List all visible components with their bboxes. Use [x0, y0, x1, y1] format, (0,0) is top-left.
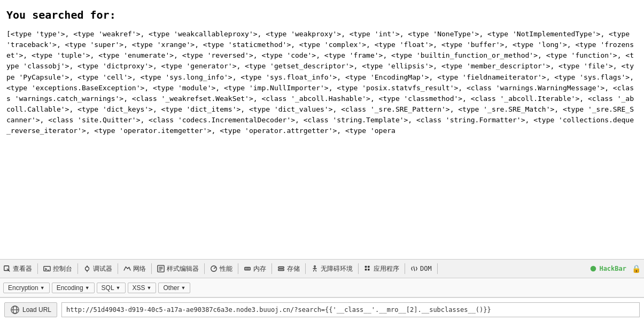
page-title: You searched for:	[6, 9, 638, 21]
lock-icon[interactable]: 🔒	[632, 264, 641, 273]
svg-rect-22	[365, 266, 367, 268]
network-icon	[123, 265, 131, 272]
svg-rect-23	[368, 266, 370, 268]
svg-rect-25	[368, 269, 370, 271]
svg-rect-2	[44, 267, 50, 271]
encoding-dropdown[interactable]: Encoding ▼	[52, 283, 95, 293]
search-result: [<type 'type'>, <type 'weakref'>, <type …	[6, 29, 638, 136]
style-icon	[157, 265, 165, 272]
toolbar-accessibility[interactable]: 无障碍环境	[311, 264, 353, 273]
memory-icon	[244, 265, 251, 272]
svg-rect-17	[278, 269, 284, 271]
toolbar-dom[interactable]: DOM	[410, 265, 432, 272]
separator	[204, 263, 205, 274]
toolbar-memory[interactable]: 内存	[244, 264, 266, 273]
svg-rect-24	[365, 269, 367, 271]
devtools-toolbar: 查看器 控制台 调试器 网络	[0, 259, 644, 278]
hackbar-dot-icon	[589, 265, 597, 272]
chevron-down-icon: ▼	[85, 285, 90, 291]
toolbar-apps[interactable]: 应用程序	[364, 264, 399, 273]
toolbar-console[interactable]: 控制台	[43, 264, 72, 273]
encryption-dropdown[interactable]: Encryption ▼	[3, 283, 50, 293]
svg-line-1	[7, 269, 10, 271]
url-input[interactable]	[61, 302, 640, 317]
access-icon	[311, 265, 319, 272]
separator	[305, 263, 306, 274]
sql-dropdown[interactable]: SQL ▼	[97, 283, 126, 293]
svg-line-20	[313, 270, 314, 272]
dom-icon	[410, 265, 418, 272]
svg-line-21	[316, 270, 316, 272]
load-url-button[interactable]: Load URL	[4, 302, 57, 317]
toolbar-style-editor[interactable]: 样式编辑器	[157, 264, 199, 273]
chevron-down-icon: ▼	[147, 285, 152, 291]
perf-icon	[210, 265, 218, 272]
svg-line-26	[414, 267, 415, 271]
chevron-down-icon: ▼	[181, 285, 185, 291]
debugger-icon	[83, 265, 91, 272]
separator	[37, 263, 38, 274]
svg-rect-16	[278, 267, 284, 269]
xss-dropdown[interactable]: XSS ▼	[128, 283, 157, 293]
other-dropdown[interactable]: Other ▼	[158, 283, 190, 293]
svg-point-27	[591, 266, 596, 272]
storage-icon	[277, 265, 285, 272]
svg-point-4	[86, 267, 89, 271]
toolbar-inspect[interactable]: 查看器	[3, 264, 32, 273]
toolbar-storage[interactable]: 存储	[277, 264, 300, 273]
apps-icon	[364, 265, 371, 272]
separator	[151, 263, 152, 274]
chevron-down-icon: ▼	[116, 285, 121, 291]
main-content: You searched for: [<type 'type'>, <type …	[0, 0, 644, 259]
toolbar-network[interactable]: 网络	[123, 264, 146, 273]
separator	[238, 263, 238, 274]
chevron-down-icon: ▼	[40, 285, 45, 291]
toolbar-hackbar[interactable]: HackBar	[589, 265, 626, 272]
inspect-icon	[3, 265, 11, 272]
separator	[271, 263, 272, 274]
separator	[437, 263, 438, 274]
svg-point-18	[314, 265, 316, 267]
separator	[118, 263, 118, 274]
toolbar-performance[interactable]: 性能	[210, 264, 232, 273]
url-bar: Load URL	[0, 297, 644, 321]
separator	[405, 263, 405, 274]
console-icon	[43, 265, 51, 272]
hackbar-menu: Encryption ▼ Encoding ▼ SQL ▼ XSS ▼ Othe…	[0, 278, 644, 297]
separator	[358, 263, 359, 274]
separator	[77, 263, 78, 274]
toolbar-debugger[interactable]: 调试器	[83, 264, 112, 273]
globe-icon	[10, 305, 20, 315]
